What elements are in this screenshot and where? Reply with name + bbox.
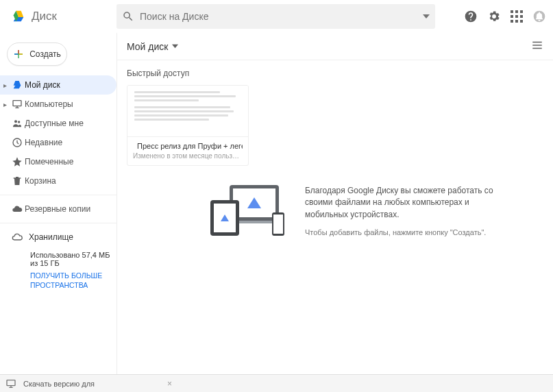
create-button[interactable]: Создать xyxy=(7,42,67,66)
drive-logo-block[interactable]: Диск xyxy=(11,9,116,24)
nav-computers[interactable]: ▸ Компьютеры xyxy=(0,95,116,114)
nav-my-drive[interactable]: ▸ Мой диск xyxy=(0,75,116,95)
empty-text-primary: Благодаря Google Диску вы сможете работа… xyxy=(305,185,497,221)
svg-rect-8 xyxy=(520,20,523,23)
chevron-down-icon xyxy=(172,43,178,49)
svg-rect-6 xyxy=(511,20,513,23)
settings-icon[interactable] xyxy=(487,10,501,23)
breadcrumb-my-drive[interactable]: Мой диск xyxy=(127,41,178,52)
app-name: Диск xyxy=(32,10,57,23)
trash-icon xyxy=(10,175,25,186)
nav-shared[interactable]: Доступные мне xyxy=(0,114,116,133)
svg-rect-2 xyxy=(520,10,523,13)
search-dropdown-icon[interactable] xyxy=(423,13,430,20)
apps-icon[interactable] xyxy=(511,10,523,23)
quick-access-card[interactable]: Пресс релиз для Пруфи + легенда ... Изме… xyxy=(127,85,249,166)
cloud-outline-icon xyxy=(10,232,25,243)
get-more-storage-link[interactable]: ПОЛУЧИТЬ БОЛЬШЕ ПРОСТРАНСТВА xyxy=(30,271,111,290)
card-subtitle: Изменено в этом месяце пользователем ... xyxy=(133,152,243,160)
nav-trash[interactable]: Корзина xyxy=(0,171,116,191)
computers-icon xyxy=(10,99,25,110)
desktop-icon xyxy=(5,378,16,389)
cloud-icon xyxy=(10,204,25,215)
nav-starred[interactable]: Помеченные xyxy=(0,152,116,171)
expand-icon[interactable]: ▸ xyxy=(0,82,10,89)
svg-rect-4 xyxy=(515,15,518,18)
close-icon[interactable]: × xyxy=(167,379,172,389)
nav-backups[interactable]: Резервные копии xyxy=(0,199,116,219)
notifications-icon[interactable] xyxy=(532,10,546,23)
quick-access-title: Быстрый доступ xyxy=(117,60,553,85)
svg-point-12 xyxy=(18,121,20,123)
svg-rect-18 xyxy=(7,380,15,385)
svg-rect-5 xyxy=(520,15,523,18)
star-icon xyxy=(10,156,25,167)
empty-text-secondary: Чтобы добавить файлы, нажмите кнопку "Со… xyxy=(305,228,497,238)
nav-recent[interactable]: Недавние xyxy=(0,133,116,152)
card-title: Пресс релиз для Пруфи + легенда ... xyxy=(137,142,243,150)
recent-icon xyxy=(10,137,25,148)
expand-icon[interactable]: ▸ xyxy=(0,101,10,108)
search-icon xyxy=(122,10,134,23)
svg-rect-7 xyxy=(515,20,518,23)
help-icon[interactable] xyxy=(464,10,478,23)
svg-rect-1 xyxy=(515,10,518,13)
drive-icon xyxy=(10,79,25,90)
svg-rect-3 xyxy=(511,15,513,18)
list-view-icon[interactable] xyxy=(531,39,543,54)
drive-logo-icon xyxy=(11,9,26,24)
storage-usage: Использовано 57,4 МБ из 15 ГБ xyxy=(30,251,111,267)
download-banner[interactable]: Скачать версию для × xyxy=(0,374,553,392)
nav-storage[interactable]: Хранилище xyxy=(0,228,116,247)
download-text: Скачать версию для xyxy=(23,380,95,388)
svg-rect-10 xyxy=(13,101,21,106)
shared-icon xyxy=(10,118,25,129)
svg-point-11 xyxy=(14,120,17,123)
plus-icon xyxy=(13,49,24,60)
create-label: Создать xyxy=(29,49,61,59)
empty-state-illustration xyxy=(206,185,288,240)
search-bar[interactable] xyxy=(116,4,435,29)
search-input[interactable] xyxy=(134,11,423,22)
doc-thumbnail xyxy=(127,86,248,136)
svg-rect-0 xyxy=(511,10,513,13)
